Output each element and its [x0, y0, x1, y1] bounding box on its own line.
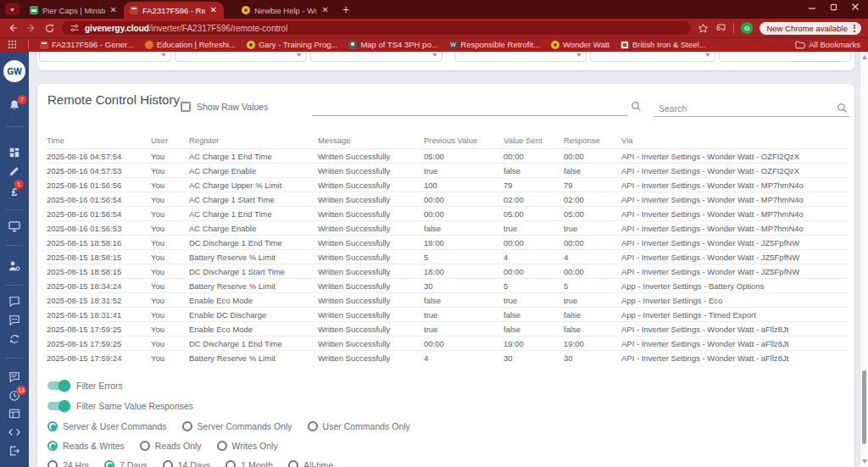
sidebar-item-sync[interactable] [8, 333, 20, 345]
scroll-down-arrow-icon[interactable] [862, 459, 867, 464]
sidebar-item-account-settings[interactable] [8, 260, 21, 272]
radio-icon[interactable] [47, 421, 58, 431]
radio-icon[interactable] [288, 460, 298, 467]
filter-errors-toggle[interactable] [47, 381, 70, 390]
radio-option[interactable]: All-time [288, 460, 333, 467]
url-text[interactable]: givenergy.cloud/inverter/FA2317F596/remo… [85, 24, 287, 33]
sidebar-item-history[interactable]: 13 [8, 390, 20, 402]
filter-select[interactable] [454, 52, 587, 62]
table-row[interactable]: 2025-08-15 18:31:52YouEnable Eco ModeWri… [47, 293, 848, 308]
table-row[interactable]: 2025-08-15 18:58:15YouBattery Reserve % … [47, 250, 848, 264]
sidebar-item-logout[interactable] [8, 445, 20, 457]
url-bar[interactable]: givenergy.cloud/inverter/FA2317F596/remo… [62, 21, 691, 35]
table-row[interactable]: 2025-08-16 01:56:53YouAC Charge EnableWr… [47, 221, 848, 236]
reload-icon[interactable] [44, 23, 55, 34]
bookmark-item[interactable]: Map of TS4 3PH po... [348, 40, 437, 49]
sidebar-item-dashboard[interactable] [8, 147, 20, 158]
minimize-icon[interactable] [808, 3, 816, 11]
scrollbar-thumb[interactable] [862, 370, 866, 444]
close-icon[interactable]: ✕ [109, 6, 118, 14]
filter-select[interactable] [310, 52, 442, 62]
table-row[interactable]: 2025-08-16 01:56:54YouAC Charge 1 End Ti… [47, 207, 848, 221]
table-row[interactable]: 2025-08-16 04:57:54YouAC Charge 1 End Ti… [47, 149, 848, 164]
table-row[interactable]: 2025-08-15 18:58:16YouDC Discharge 1 End… [47, 236, 848, 250]
radio-icon[interactable] [225, 460, 236, 467]
sidebar-item-messages[interactable] [8, 371, 20, 382]
show-raw-values-checkbox[interactable] [181, 102, 191, 112]
filter-select[interactable] [175, 52, 307, 62]
table-row[interactable]: 2025-08-15 18:58:15YouDC Discharge 1 Sta… [47, 264, 848, 279]
radio-icon[interactable] [104, 460, 114, 467]
sidebar-item-chat[interactable] [8, 296, 20, 307]
radio-icon[interactable] [217, 441, 227, 451]
radio-option[interactable]: Writes Only [217, 441, 278, 451]
search-input[interactable]: Search [654, 101, 849, 117]
all-bookmarks-button[interactable]: All Bookmarks [795, 40, 860, 49]
scroll-up-arrow-icon[interactable] [862, 55, 867, 59]
close-icon[interactable]: ✕ [209, 6, 218, 14]
sidebar-item-notifications[interactable]: 7 [8, 99, 21, 112]
search-icon[interactable] [631, 101, 642, 112]
sidebar-item-registers[interactable] [8, 409, 20, 420]
search-icon[interactable] [837, 103, 848, 114]
bookmark-item[interactable]: Gary - Training Prog... [247, 40, 337, 49]
table-row[interactable]: 2025-08-15 18:31:41YouEnable DC Discharg… [47, 308, 848, 322]
filter-select[interactable] [590, 52, 715, 62]
table-row[interactable]: 2025-08-15 18:34:24YouBattery Reserve % … [47, 279, 848, 293]
close-window-icon[interactable] [851, 3, 860, 11]
bookmark-item[interactable]: FA2317F596 - Gener... [40, 40, 134, 49]
radio-icon[interactable] [47, 460, 58, 467]
radio-icon[interactable] [140, 441, 150, 451]
radio-option[interactable]: Server Commands Only [182, 421, 292, 431]
bookmark-item[interactable]: Education | Refreshi... [145, 40, 236, 49]
radio-option[interactable]: 14 Days [163, 460, 211, 467]
table-row[interactable]: 2025-08-15 17:59:25YouEnable Eco ModeWri… [47, 322, 848, 336]
radio-icon[interactable] [182, 421, 192, 431]
table-row[interactable]: 2025-08-15 17:59:24YouBattery Reserve % … [47, 351, 848, 365]
table-row[interactable]: 2025-08-16 01:56:56YouAC Charge Upper % … [47, 178, 848, 192]
tab-search-button[interactable]: ▾ [5, 3, 19, 15]
sidebar-item-api[interactable] [8, 427, 21, 437]
radio-option[interactable]: Reads Only [140, 441, 202, 451]
site-settings-icon[interactable] [70, 23, 80, 33]
radio-option[interactable]: User Commands Only [308, 421, 410, 431]
table-row[interactable]: 2025-08-16 01:56:54YouAC Charge 1 Start … [47, 192, 848, 207]
tab-pier-caps[interactable]: Pier Caps | Minster Paving | Wa ✕ [24, 2, 124, 19]
gw-logo[interactable]: GW [3, 60, 25, 82]
bookmark-item[interactable]: Wonder Watt [551, 40, 609, 49]
extensions-icon[interactable] [715, 23, 726, 34]
radio-option[interactable]: Server & User Commands [47, 421, 167, 431]
sidebar-item-feedback[interactable] [8, 314, 20, 325]
radio-icon[interactable] [163, 460, 173, 467]
tab-newbie-help[interactable]: Newbie Help - Wonder Watt C ✕ [236, 2, 336, 19]
close-icon[interactable]: ✕ [321, 6, 330, 14]
filter-input[interactable] [312, 115, 628, 116]
bookmark-star-icon[interactable] [698, 23, 709, 34]
new-tab-button[interactable]: + [342, 3, 349, 16]
page-scrollbar[interactable] [860, 52, 868, 467]
profile-avatar[interactable]: G [741, 22, 753, 34]
apps-grid-icon[interactable] [8, 40, 17, 49]
sidebar-item-billing[interactable]: £ 1 [12, 184, 18, 199]
bookmark-item[interactable]: WResponsible Retrofit... [449, 40, 540, 49]
radio-icon[interactable] [47, 441, 58, 451]
radio-icon[interactable] [308, 421, 318, 431]
radio-option[interactable]: 1 Month [225, 460, 273, 467]
menu-kebab-icon[interactable] [851, 24, 858, 33]
filter-select[interactable] [719, 52, 851, 62]
table-row[interactable]: 2025-08-16 04:57:53YouAC Charge EnableWr… [47, 164, 848, 178]
filter-same-value-toggle[interactable] [47, 402, 70, 410]
tab-remote-control[interactable]: FA2317F596 - Remote Control | ✕ [124, 2, 224, 19]
back-icon[interactable] [7, 22, 19, 34]
forward-icon[interactable] [25, 22, 37, 34]
bookmark-item[interactable]: British Iron & Steel... [620, 40, 706, 49]
maximize-icon[interactable] [830, 3, 837, 11]
sidebar-item-edit[interactable] [8, 165, 20, 177]
sidebar-item-devices[interactable] [8, 220, 21, 232]
filter-select[interactable] [39, 52, 171, 62]
chrome-update-button[interactable]: New Chrome available [760, 22, 861, 35]
radio-option[interactable]: 7 Days [104, 460, 147, 467]
radio-option[interactable]: 24 Hrs [47, 460, 89, 467]
radio-option[interactable]: Reads & Writes [47, 441, 125, 451]
table-row[interactable]: 2025-08-15 17:59:25YouDC Discharge 1 End… [47, 336, 848, 351]
